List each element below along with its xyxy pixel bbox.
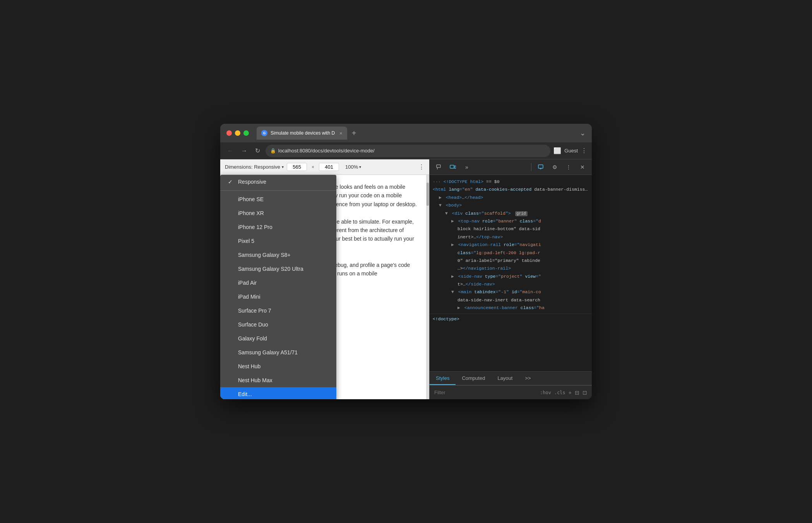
minimize-button[interactable]: [235, 130, 240, 136]
close-devtools-button[interactable]: ✕: [576, 161, 589, 173]
close-icon: ✕: [580, 164, 585, 170]
svg-rect-3: [454, 166, 456, 168]
filter-bar: :hov .cls + ⊟ ⊡: [430, 385, 592, 399]
add-style-icon[interactable]: +: [569, 390, 572, 396]
more-panels-icon: »: [465, 164, 468, 170]
dropdown-item-nest-hub[interactable]: Nest Hub: [220, 359, 336, 373]
tree-body-line[interactable]: ▼ <body>: [430, 202, 592, 209]
tree-toggle-icon[interactable]: ▶: [451, 242, 454, 247]
zoom-label: 100%: [345, 164, 358, 170]
toggle-print-icon[interactable]: ⊟: [575, 390, 579, 396]
tree-toggle-icon[interactable]: ▶: [439, 195, 442, 200]
devtools-toolbar: » ⚙ ⋮ ✕: [430, 159, 592, 175]
tab-styles-label: Styles: [436, 375, 449, 381]
filter-icons: + ⊟ ⊡: [569, 390, 587, 396]
width-input[interactable]: [287, 163, 307, 171]
tree-top-nav-cont: block hairline-bottom" data-sid: [430, 225, 592, 233]
console-messages-button[interactable]: [534, 161, 547, 173]
tree-nav-rail-line[interactable]: ▶ <navigation-rail role="navigati: [430, 241, 592, 249]
dropdown-item-label: Samsung Galaxy A51/71: [238, 349, 298, 356]
dropdown-item-surface-pro[interactable]: Surface Pro 7: [220, 304, 336, 318]
dropdown-item-pixel-5[interactable]: Pixel 5: [220, 234, 336, 248]
tab-bar: G Simulate mobile devices with D × +: [257, 126, 575, 140]
back-button[interactable]: ←: [225, 146, 236, 156]
dropdown-item-ipad-air[interactable]: iPad Air: [220, 276, 336, 290]
elements-tree: ··· <!DOCTYPE html> == $0 <html lang="en…: [430, 175, 592, 371]
browser-more-button[interactable]: ⋮: [581, 147, 587, 154]
dropdown-item-iphone-12-pro[interactable]: iPhone 12 Pro: [220, 220, 336, 234]
dropdown-item-label: Samsung Galaxy S20 Ultra: [238, 266, 303, 272]
refresh-button[interactable]: ↻: [253, 145, 262, 156]
doctype-tag: <!DOCTYPE html>: [444, 179, 484, 184]
active-tab[interactable]: G Simulate mobile devices with D ×: [257, 126, 347, 140]
zoom-arrow-icon: ▾: [359, 165, 361, 169]
tree-toggle-icon[interactable]: ▶: [451, 274, 454, 279]
new-tab-button[interactable]: +: [349, 129, 360, 138]
cls-filter[interactable]: .cls: [554, 390, 565, 395]
dropdown-item-samsung-a51[interactable]: Samsung Galaxy A51/71: [220, 345, 336, 359]
dropdown-item-label: Nest Hub: [238, 363, 260, 369]
toggle-sidebar-icon[interactable]: ⊡: [582, 390, 587, 396]
dropdown-item-label: Nest Hub Max: [238, 377, 272, 383]
tree-toggle-icon[interactable]: ▼: [451, 289, 454, 294]
scroll-thumb[interactable]: [427, 183, 429, 206]
devtools-tabs: Styles Computed Layout >>: [430, 371, 592, 385]
maximize-button[interactable]: [243, 130, 249, 136]
tab-more-button[interactable]: >>: [519, 372, 537, 385]
tree-main-line[interactable]: ▼ <main tabindex="-1" id="main-co: [430, 288, 592, 296]
tree-top-nav-line[interactable]: ▶ <top-nav role="banner" class="d: [430, 217, 592, 225]
tree-doctype-footer: <!doctype>: [430, 314, 592, 323]
tab-layout[interactable]: Layout: [491, 372, 519, 385]
tree-toggle-icon[interactable]: ▼: [445, 211, 448, 216]
svg-rect-0: [437, 165, 440, 167]
svg-marker-5: [540, 168, 542, 169]
tab-styles[interactable]: Styles: [430, 372, 456, 385]
page-panel: Dimensions: Responsive ▾ × 100% ▾ ⋮ ✓ Re…: [220, 159, 429, 399]
more-panels-button[interactable]: »: [461, 161, 473, 173]
url-bar[interactable]: 🔒 localhost:8080/docs/devtools/device-mo…: [266, 145, 550, 157]
zoom-dropdown[interactable]: 100% ▾: [345, 164, 361, 170]
dropdown-item-label: iPhone XR: [238, 210, 264, 216]
toolbar-more-button[interactable]: ⋮: [418, 163, 425, 171]
dropdown-item-samsung-s8[interactable]: Samsung Galaxy S8+: [220, 248, 336, 262]
dropdown-item-iphone-se[interactable]: iPhone SE: [220, 192, 336, 206]
tab-layout-label: Layout: [497, 375, 512, 381]
settings-icon: ⚙: [552, 164, 557, 170]
tab-computed[interactable]: Computed: [456, 372, 491, 385]
cast-icon[interactable]: ⬜: [553, 147, 561, 154]
tree-side-nav-line[interactable]: ▶ <side-nav type="project" view=": [430, 273, 592, 280]
device-toolbar: Dimensions: Responsive ▾ × 100% ▾ ⋮ ✓ Re…: [220, 159, 429, 175]
dropdown-item-galaxy-fold[interactable]: Galaxy Fold: [220, 332, 336, 345]
dropdown-divider: [220, 190, 336, 191]
tree-announcement-line[interactable]: ▶ <announcement-banner class="ha: [430, 304, 592, 312]
dropdown-item-samsung-s20[interactable]: Samsung Galaxy S20 Ultra: [220, 262, 336, 276]
tree-toggle-icon[interactable]: ▼: [439, 203, 442, 208]
close-button[interactable]: [226, 130, 232, 136]
device-mode-button[interactable]: [447, 161, 459, 173]
tree-toggle-icon[interactable]: ▶: [451, 219, 454, 224]
tree-toggle-icon[interactable]: ▶: [457, 305, 460, 310]
filter-input[interactable]: [434, 390, 537, 395]
tab-computed-label: Computed: [462, 375, 485, 381]
inspect-element-button[interactable]: [433, 161, 445, 173]
forward-button[interactable]: →: [239, 146, 250, 156]
dropdown-item-nest-hub-max[interactable]: Nest Hub Max: [220, 373, 336, 387]
devtools-more-button[interactable]: ⋮: [562, 161, 575, 173]
dropdown-item-surface-duo[interactable]: Surface Duo: [220, 318, 336, 332]
title-bar: G Simulate mobile devices with D × + ⌄: [220, 124, 592, 142]
dropdown-item-responsive[interactable]: ✓ Responsive: [220, 175, 336, 189]
window-more-button[interactable]: ⌄: [580, 129, 586, 137]
tree-head-line[interactable]: ▶ <head>…</head>: [430, 194, 592, 202]
tree-scaffold-line[interactable]: ▼ <div class="scaffold"> grid: [430, 210, 592, 217]
hov-filter[interactable]: :hov: [540, 390, 551, 395]
height-input[interactable]: [319, 163, 339, 171]
dropdown-item-ipad-mini[interactable]: iPad Mini: [220, 290, 336, 304]
profile-button[interactable]: Guest: [564, 148, 578, 154]
grid-badge: grid: [515, 211, 528, 216]
tab-close-button[interactable]: ×: [339, 130, 343, 136]
dropdown-item-edit[interactable]: Edit...: [220, 387, 336, 399]
devtools-panel: » ⚙ ⋮ ✕: [429, 159, 592, 399]
settings-button[interactable]: ⚙: [548, 161, 561, 173]
dimensions-dropdown[interactable]: Dimensions: Responsive ▾: [225, 164, 284, 170]
dropdown-item-iphone-xr[interactable]: iPhone XR: [220, 206, 336, 220]
